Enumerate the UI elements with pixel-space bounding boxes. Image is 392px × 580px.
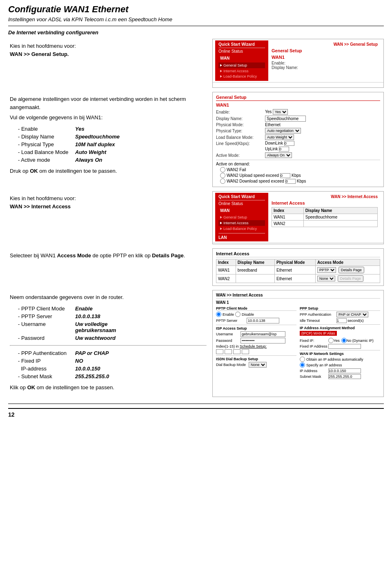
row5: Neem onderstaande gegevens over in de ro… xyxy=(8,290,384,397)
idle-timeout-row: Idle Timeout second(s) xyxy=(300,318,380,323)
field-activemode: Active Mode: Always On xyxy=(216,152,380,158)
idle-timeout-input[interactable] xyxy=(336,318,347,323)
aod-radio1[interactable] xyxy=(220,167,225,172)
wan2-access-select[interactable]: None xyxy=(317,276,335,281)
pptp-field-auth: - PPP Authentication PAP or CHAP xyxy=(18,349,113,357)
wan1-access-select[interactable]: PPTP xyxy=(317,267,336,273)
dialbackup-row: Dial Backup Mode None xyxy=(216,362,296,368)
menu-load-balance[interactable]: Load-Balance Policy xyxy=(218,74,265,79)
instruction-ok2: Klik op OK om de instellingen toe te pas… xyxy=(10,384,207,392)
ppp-auth-select[interactable]: PAP or CHAP xyxy=(336,312,368,317)
wan1-fields-table: - Enable Yes - Display Name Speedtouchho… xyxy=(18,125,124,164)
row3-left: Kies in het hoofdmenu voor: WAN >> Inter… xyxy=(8,191,208,244)
ppp-auth-row: PPP Authentication PAP or CHAP xyxy=(300,312,380,317)
subnet-input[interactable] xyxy=(328,374,361,379)
quick-start-label: Quick Start Wizard xyxy=(218,42,265,47)
aod-wan2upload: WAN2 Upload speed exceed Kbps xyxy=(220,173,380,178)
idx2-input[interactable] xyxy=(225,349,232,354)
isp-separator xyxy=(216,325,296,325)
panel5-right: PPP Setup PPP Authentication PAP or CHAP… xyxy=(300,306,380,380)
page-subtitle: Instellingen voor ADSL via KPN Telecom i… xyxy=(8,16,384,22)
idx3-input[interactable] xyxy=(233,349,241,354)
pptp-field-username: - Username Uw volledigegebruikersnaam xyxy=(18,320,120,334)
field-phystype: Physical Type: Auto negotiation xyxy=(216,128,380,134)
obtain-ip-radio[interactable] xyxy=(300,357,305,362)
displayname-input[interactable] xyxy=(265,116,306,122)
wan-label: WAN xyxy=(218,55,265,61)
details-page-button[interactable]: Details Page xyxy=(339,267,364,273)
page-number: 12 xyxy=(8,411,15,418)
phystype-select[interactable]: Auto negotiation xyxy=(265,128,301,134)
panel3-table-header: Index Display Name xyxy=(272,207,378,214)
wan1-section-title: WAN1 xyxy=(216,103,380,107)
field-linespeed: Line Speed(Kbps): DownLink xyxy=(216,141,380,146)
fixed-ip-yes[interactable] xyxy=(328,338,334,343)
arrow-icon5 xyxy=(220,222,222,224)
pptp-disable-radio[interactable] xyxy=(235,312,241,317)
pptp-enable-radio[interactable] xyxy=(216,312,221,317)
pptp-field-password: - Password Uw wachtwoord xyxy=(18,334,120,342)
pptp-field-subnet: - Subnet Mask 255.255.255.0 xyxy=(18,373,113,380)
lbmode-select[interactable]: Auto Weight xyxy=(265,134,294,140)
password-row: Password xyxy=(216,338,296,344)
panel3-table: Index Display Name WAN1 Speedtouchhome W… xyxy=(272,207,378,227)
specify-ip-radio[interactable] xyxy=(300,362,305,368)
arrow-icon3 xyxy=(220,75,222,78)
row2: De algemene instellingen voor de interne… xyxy=(8,92,384,187)
panel1-wan1: WAN1 xyxy=(272,55,378,60)
wan2-download-input[interactable] xyxy=(285,179,296,184)
dialbackup-select[interactable]: None xyxy=(249,362,267,368)
details-page-button2: Details Page xyxy=(338,275,363,282)
activemode-select[interactable]: Always On xyxy=(265,152,292,158)
panel5-wan1-label: WAN 1 xyxy=(216,300,380,305)
pptp-field-fixedip: - Fixed IP NO xyxy=(18,357,113,365)
arrow-icon2 xyxy=(220,70,222,72)
wan2-upload-input[interactable] xyxy=(280,173,290,178)
panel3-menu-gs[interactable]: General Setup xyxy=(218,215,265,220)
panel3-row-wan2: WAN2 xyxy=(272,221,378,227)
pptp-server-input[interactable] xyxy=(247,318,279,323)
panel3-menu-lb[interactable]: Load-Balance Policy xyxy=(218,226,265,231)
panel1-breadcrumb: WAN >> General Setup xyxy=(272,42,378,47)
fixed-ip-row: Fixed IP: Yes No (Dynamic IP) xyxy=(300,338,380,343)
instruction-ok: Druk op OK om de instellingen toe te pas… xyxy=(10,167,207,175)
downlink-input[interactable] xyxy=(284,141,294,146)
panel5-title: WAN >> Internet Access xyxy=(216,293,380,299)
idx4-input[interactable] xyxy=(242,349,249,354)
row1-left: Kies in het hoofdmenu voor: WAN >> Gener… xyxy=(8,39,208,88)
panel3-qsw: Quick Start Wizard xyxy=(218,194,265,199)
specify-ip-row: Specify an IP address xyxy=(300,362,380,368)
online-status-label: Online Status xyxy=(218,49,265,54)
panel2: General Setup WAN1 Enable: Yes Yes Displ… xyxy=(212,92,384,187)
panel3-menu-ia[interactable]: Internet Access xyxy=(218,220,265,226)
panel5-left: PPTP Client Mode Enable Disable PPTP Ser… xyxy=(216,306,296,380)
enable-select[interactable]: Yes xyxy=(273,109,288,115)
aod-radio2[interactable] xyxy=(220,173,225,178)
panel4-title: Internet Access xyxy=(216,251,380,257)
aod-title: Active on demand: xyxy=(216,162,380,166)
panel5: WAN >> Internet Access WAN 1 PPTP Client… xyxy=(212,290,384,397)
username-input[interactable] xyxy=(241,331,285,337)
panel1-enable: Enable: xyxy=(272,61,378,65)
isdn-title: ISDN Dial Backup Setup xyxy=(216,357,296,361)
fixed-ip-no[interactable] xyxy=(341,338,347,343)
field-row-enable: - Enable Yes xyxy=(18,125,124,133)
idx1-input[interactable] xyxy=(216,349,223,354)
obtain-ip-row: Obtain an IP address automatically xyxy=(300,357,380,362)
fixed-ip-addr-row: Fixed IP Address xyxy=(300,344,380,349)
row4-left: Selecteer bij WAN1 Access Mode de optie … xyxy=(8,248,208,286)
fixed-ip-addr-input[interactable] xyxy=(328,344,361,349)
instruction-4a: Selecteer bij WAN1 Access Mode de optie … xyxy=(10,252,207,260)
panel4-row-wan2: WAN2 Ethernet None Details Page xyxy=(216,274,380,283)
wan-ip-network-title: WAN IP Network Settings xyxy=(300,352,380,356)
menu-internet-access[interactable]: Internet Access xyxy=(218,69,265,74)
isp-title: ISP Access Setup xyxy=(216,326,296,330)
panel3-right: WAN >> Internet Access Internet Access I… xyxy=(268,193,381,241)
password-input[interactable] xyxy=(241,338,285,344)
ip-addr-input[interactable] xyxy=(328,368,361,373)
aod-radio3[interactable] xyxy=(220,178,225,184)
panel3-lan: LAN xyxy=(218,235,265,240)
menu-general-setup[interactable]: General Setup xyxy=(218,62,265,68)
row1: Kies in het hoofdmenu voor: WAN >> Gener… xyxy=(8,39,384,88)
uplink-input[interactable] xyxy=(279,147,289,152)
